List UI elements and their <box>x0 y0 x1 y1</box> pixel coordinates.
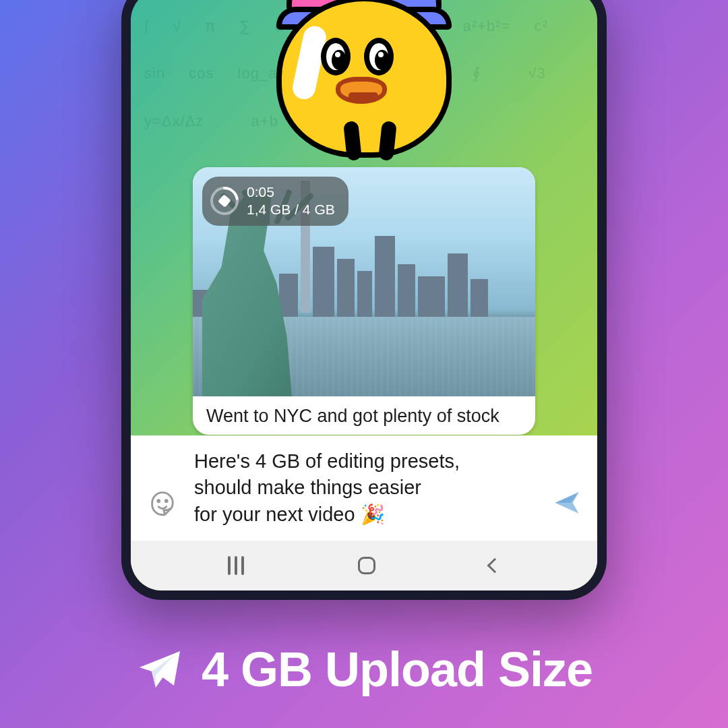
upload-time: 0:05 <box>247 183 335 201</box>
video-thumbnail: 0:05 1,4 GB / 4 GB <box>193 167 535 396</box>
telegram-logo-icon <box>135 645 184 694</box>
message-caption: Went to NYC and got plenty of stock <box>193 396 535 435</box>
svg-point-1 <box>165 500 167 502</box>
phone-frame: ★ <box>121 0 607 600</box>
duck-sticker: ★ <box>256 0 472 164</box>
sticker-button[interactable] <box>147 487 178 518</box>
nav-recents-button[interactable] <box>228 556 244 575</box>
promo-footer: 4 GB Upload Size <box>0 642 728 697</box>
message-input[interactable]: Here's 4 GB of editing presets, should m… <box>194 448 460 527</box>
android-nav-bar <box>131 541 597 590</box>
chat-screen: ★ <box>131 0 597 590</box>
video-message-bubble[interactable]: 0:05 1,4 GB / 4 GB Went to NYC and got p… <box>193 167 535 435</box>
message-input-bar: Here's 4 GB of editing presets, should m… <box>131 435 597 541</box>
upload-progress-badge[interactable]: 0:05 1,4 GB / 4 GB <box>202 177 348 226</box>
nav-home-button[interactable] <box>358 557 375 574</box>
cancel-upload-icon[interactable] <box>204 181 244 221</box>
svg-point-0 <box>158 500 160 502</box>
send-button[interactable] <box>553 489 581 517</box>
upload-size: 1,4 GB / 4 GB <box>247 201 335 218</box>
promo-title: 4 GB Upload Size <box>202 642 593 697</box>
nav-back-button[interactable] <box>487 558 502 574</box>
